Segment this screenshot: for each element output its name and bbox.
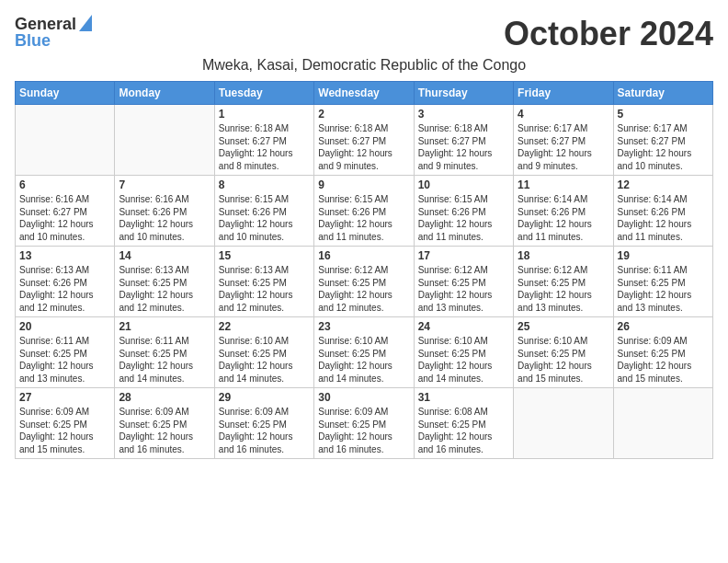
day-number: 2: [318, 108, 409, 121]
day-info: Sunrise: 6:17 AMSunset: 6:27 PMDaylight:…: [618, 122, 709, 172]
weekday-header-thursday: Thursday: [414, 82, 513, 105]
day-info: Sunrise: 6:15 AMSunset: 6:26 PMDaylight:…: [318, 193, 409, 243]
day-info: Sunrise: 6:09 AMSunset: 6:25 PMDaylight:…: [19, 406, 110, 455]
calendar-cell: 29Sunrise: 6:09 AMSunset: 6:25 PMDayligh…: [214, 388, 313, 459]
day-number: 29: [219, 391, 310, 404]
day-number: 6: [19, 178, 110, 191]
day-info: Sunrise: 6:18 AMSunset: 6:27 PMDaylight:…: [219, 122, 310, 172]
svg-marker-0: [79, 15, 92, 31]
day-number: 26: [618, 320, 709, 333]
calendar-cell: 2Sunrise: 6:18 AMSunset: 6:27 PMDaylight…: [314, 105, 414, 176]
day-number: 24: [418, 320, 509, 333]
day-info: Sunrise: 6:09 AMSunset: 6:25 PMDaylight:…: [318, 406, 409, 455]
calendar-week-5: 27Sunrise: 6:09 AMSunset: 6:25 PMDayligh…: [16, 388, 713, 459]
calendar-cell: 19Sunrise: 6:11 AMSunset: 6:25 PMDayligh…: [613, 247, 712, 317]
day-number: 17: [418, 249, 509, 262]
calendar-cell: [16, 105, 115, 176]
page-header: General Blue October 2024: [15, 15, 713, 53]
calendar-cell: 6Sunrise: 6:16 AMSunset: 6:27 PMDaylight…: [16, 176, 115, 247]
calendar-cell: 27Sunrise: 6:09 AMSunset: 6:25 PMDayligh…: [16, 388, 115, 459]
calendar-cell: 22Sunrise: 6:10 AMSunset: 6:25 PMDayligh…: [214, 317, 313, 388]
day-number: 5: [618, 108, 709, 121]
day-info: Sunrise: 6:16 AMSunset: 6:26 PMDaylight:…: [119, 193, 210, 243]
calendar-cell: 8Sunrise: 6:15 AMSunset: 6:26 PMDaylight…: [214, 176, 313, 247]
day-info: Sunrise: 6:10 AMSunset: 6:25 PMDaylight:…: [418, 335, 509, 385]
day-number: 23: [318, 320, 409, 333]
logo-triangle-icon: [79, 15, 92, 34]
calendar-cell: 24Sunrise: 6:10 AMSunset: 6:25 PMDayligh…: [414, 317, 513, 388]
day-info: Sunrise: 6:09 AMSunset: 6:25 PMDaylight:…: [219, 406, 310, 455]
day-info: Sunrise: 6:14 AMSunset: 6:26 PMDaylight:…: [518, 193, 609, 243]
day-info: Sunrise: 6:14 AMSunset: 6:26 PMDaylight:…: [618, 193, 709, 243]
day-info: Sunrise: 6:15 AMSunset: 6:26 PMDaylight:…: [418, 193, 509, 243]
calendar-cell: 12Sunrise: 6:14 AMSunset: 6:26 PMDayligh…: [613, 176, 712, 247]
calendar-cell: 13Sunrise: 6:13 AMSunset: 6:26 PMDayligh…: [16, 247, 115, 317]
day-number: 31: [418, 391, 509, 404]
day-info: Sunrise: 6:09 AMSunset: 6:25 PMDaylight:…: [618, 335, 709, 385]
day-number: 21: [119, 320, 210, 333]
logo-general: General: [15, 16, 76, 32]
day-info: Sunrise: 6:18 AMSunset: 6:27 PMDaylight:…: [418, 122, 509, 172]
calendar-cell: 1Sunrise: 6:18 AMSunset: 6:27 PMDaylight…: [214, 105, 313, 176]
weekday-header-saturday: Saturday: [613, 82, 712, 105]
day-number: 14: [119, 249, 210, 262]
calendar-cell: 11Sunrise: 6:14 AMSunset: 6:26 PMDayligh…: [514, 176, 613, 247]
calendar-cell: [115, 105, 214, 176]
day-number: 30: [318, 391, 409, 404]
calendar-cell: 7Sunrise: 6:16 AMSunset: 6:26 PMDaylight…: [115, 176, 214, 247]
day-number: 7: [119, 178, 210, 191]
day-info: Sunrise: 6:10 AMSunset: 6:25 PMDaylight:…: [219, 335, 310, 385]
calendar-cell: 17Sunrise: 6:12 AMSunset: 6:25 PMDayligh…: [414, 247, 513, 317]
weekday-header-friday: Friday: [514, 82, 613, 105]
day-info: Sunrise: 6:11 AMSunset: 6:25 PMDaylight:…: [119, 335, 210, 385]
day-number: 10: [418, 178, 509, 191]
day-number: 1: [219, 108, 310, 121]
day-info: Sunrise: 6:12 AMSunset: 6:25 PMDaylight:…: [318, 264, 409, 314]
calendar-cell: [613, 388, 712, 459]
day-number: 22: [219, 320, 310, 333]
weekday-header-wednesday: Wednesday: [314, 82, 414, 105]
day-number: 19: [618, 249, 709, 262]
day-info: Sunrise: 6:12 AMSunset: 6:25 PMDaylight:…: [418, 264, 509, 314]
day-number: 25: [518, 320, 609, 333]
calendar-cell: 9Sunrise: 6:15 AMSunset: 6:26 PMDaylight…: [314, 176, 414, 247]
calendar-week-2: 6Sunrise: 6:16 AMSunset: 6:27 PMDaylight…: [16, 176, 713, 247]
calendar-cell: 28Sunrise: 6:09 AMSunset: 6:25 PMDayligh…: [115, 388, 214, 459]
day-number: 3: [418, 108, 509, 121]
calendar-cell: 30Sunrise: 6:09 AMSunset: 6:25 PMDayligh…: [314, 388, 414, 459]
day-number: 11: [518, 178, 609, 191]
month-title: October 2024: [504, 15, 713, 53]
day-number: 15: [219, 249, 310, 262]
location-title: Mweka, Kasai, Democratic Republic of the…: [15, 57, 713, 74]
calendar-cell: 4Sunrise: 6:17 AMSunset: 6:27 PMDaylight…: [514, 105, 613, 176]
day-info: Sunrise: 6:12 AMSunset: 6:25 PMDaylight:…: [518, 264, 609, 314]
calendar-week-3: 13Sunrise: 6:13 AMSunset: 6:26 PMDayligh…: [16, 247, 713, 317]
calendar-header-row: SundayMondayTuesdayWednesdayThursdayFrid…: [16, 82, 713, 105]
calendar-cell: 31Sunrise: 6:08 AMSunset: 6:25 PMDayligh…: [414, 388, 513, 459]
calendar-cell: 26Sunrise: 6:09 AMSunset: 6:25 PMDayligh…: [613, 317, 712, 388]
logo: General Blue: [15, 15, 92, 49]
day-info: Sunrise: 6:13 AMSunset: 6:26 PMDaylight:…: [19, 264, 110, 314]
calendar-cell: 23Sunrise: 6:10 AMSunset: 6:25 PMDayligh…: [314, 317, 414, 388]
day-info: Sunrise: 6:16 AMSunset: 6:27 PMDaylight:…: [19, 193, 110, 243]
day-number: 9: [318, 178, 409, 191]
calendar-cell: 16Sunrise: 6:12 AMSunset: 6:25 PMDayligh…: [314, 247, 414, 317]
day-number: 12: [618, 178, 709, 191]
day-info: Sunrise: 6:17 AMSunset: 6:27 PMDaylight:…: [518, 122, 609, 172]
calendar-cell: 3Sunrise: 6:18 AMSunset: 6:27 PMDaylight…: [414, 105, 513, 176]
weekday-header-monday: Monday: [115, 82, 214, 105]
logo-blue: Blue: [15, 32, 92, 49]
day-number: 27: [19, 391, 110, 404]
day-info: Sunrise: 6:09 AMSunset: 6:25 PMDaylight:…: [119, 406, 210, 455]
day-info: Sunrise: 6:11 AMSunset: 6:25 PMDaylight:…: [618, 264, 709, 314]
calendar-cell: [514, 388, 613, 459]
day-info: Sunrise: 6:18 AMSunset: 6:27 PMDaylight:…: [318, 122, 409, 172]
calendar-cell: 14Sunrise: 6:13 AMSunset: 6:25 PMDayligh…: [115, 247, 214, 317]
day-number: 4: [518, 108, 609, 121]
day-number: 20: [19, 320, 110, 333]
calendar-body: 1Sunrise: 6:18 AMSunset: 6:27 PMDaylight…: [16, 105, 713, 459]
day-info: Sunrise: 6:15 AMSunset: 6:26 PMDaylight:…: [219, 193, 310, 243]
calendar-cell: 15Sunrise: 6:13 AMSunset: 6:25 PMDayligh…: [214, 247, 313, 317]
calendar-table: SundayMondayTuesdayWednesdayThursdayFrid…: [15, 81, 713, 459]
calendar-cell: 10Sunrise: 6:15 AMSunset: 6:26 PMDayligh…: [414, 176, 513, 247]
